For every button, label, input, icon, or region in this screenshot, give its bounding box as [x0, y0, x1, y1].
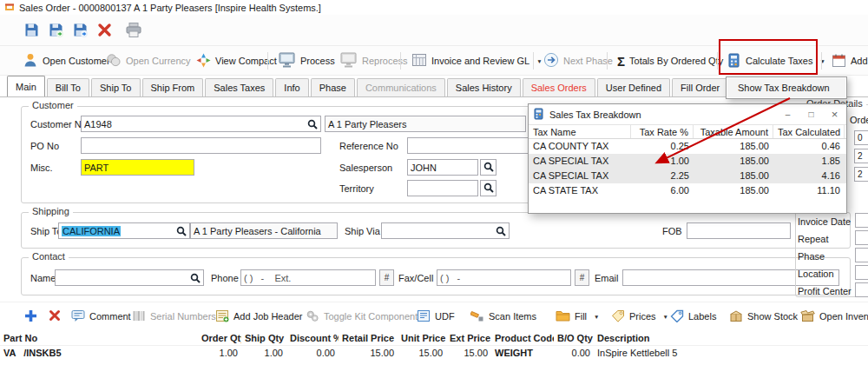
- close-button[interactable]: ×: [823, 104, 846, 124]
- col-discount[interactable]: Discount %: [286, 331, 339, 345]
- territory-search-button[interactable]: [480, 180, 496, 196]
- col-retail-price[interactable]: Retail Price: [339, 331, 398, 345]
- fax-dial-button[interactable]: #: [575, 269, 589, 286]
- save-close-button[interactable]: [68, 18, 92, 43]
- location-input[interactable]: [855, 265, 868, 280]
- toggle-kit-components-button[interactable]: Toggle Kit Components: [306, 306, 423, 327]
- process-button[interactable]: Process: [273, 49, 340, 73]
- search-icon[interactable]: [307, 119, 318, 129]
- save-refresh-button[interactable]: [43, 18, 68, 43]
- salesperson-input[interactable]: JOHN: [407, 159, 478, 176]
- menu-item-show-tax-breakdown[interactable]: Show Tax Breakdown: [727, 78, 845, 97]
- profit-center-input[interactable]: [855, 282, 868, 297]
- order-details-spinner-2[interactable]: 2▲▼: [854, 149, 868, 163]
- col-taxable-amount[interactable]: Taxable Amount: [694, 125, 773, 138]
- ship-via-input[interactable]: [381, 222, 510, 239]
- comment-button[interactable]: Comment: [71, 306, 131, 327]
- show-stock-button[interactable]: Show Stock: [729, 306, 798, 327]
- minimize-button[interactable]: –: [776, 104, 799, 124]
- tab-fill-order[interactable]: Fill Order: [672, 78, 728, 96]
- add-line-button[interactable]: [24, 306, 37, 327]
- repeat-input[interactable]: [855, 230, 868, 245]
- chevron-down-icon[interactable]: ▼: [594, 314, 599, 320]
- col-tax-name[interactable]: Tax Name: [529, 125, 631, 138]
- col-product-code[interactable]: Product Code: [491, 331, 554, 345]
- cell-description[interactable]: InSpire Kettlebell 5: [594, 346, 868, 361]
- tab-info[interactable]: Info: [275, 78, 308, 96]
- tab-ship-from[interactable]: Ship From: [142, 78, 204, 96]
- phase-input[interactable]: [855, 248, 868, 262]
- phone-input[interactable]: ( ) - Ext.: [240, 269, 376, 286]
- labels-button[interactable]: Labels: [670, 306, 716, 327]
- tax-row[interactable]: CA SPECIAL TAX 2.25 185.00 4.16: [529, 169, 846, 183]
- fax-input[interactable]: ( ) -: [437, 269, 571, 286]
- cell-retail-price[interactable]: 15.00: [339, 346, 398, 361]
- col-part-no[interactable]: Part No: [0, 331, 198, 345]
- open-currency-button[interactable]: Open Currency: [101, 49, 196, 73]
- cell-unit-price[interactable]: 15.00: [398, 346, 446, 361]
- add-job-header-button[interactable]: Add Job Header: [215, 306, 303, 327]
- tab-user-defined[interactable]: User Defined: [597, 78, 670, 96]
- col-description[interactable]: Description: [594, 331, 868, 345]
- totals-by-ordered-qty-button[interactable]: ΣTotals By Ordered Qty: [612, 49, 728, 73]
- po-no-input[interactable]: [81, 137, 321, 154]
- udf-button[interactable]: UDF: [417, 306, 455, 327]
- tax-row[interactable]: CA COUNTY TAX 0.25 185.00 0.46: [529, 139, 846, 154]
- cell-bo-qty[interactable]: 0.00: [554, 346, 594, 361]
- order-details-spinner-1[interactable]: 0▲▼: [854, 130, 868, 145]
- calculate-taxes-button[interactable]: Calculate Taxes▼: [723, 49, 831, 73]
- print-button[interactable]: [122, 18, 146, 43]
- cancel-changes-button[interactable]: [92, 18, 116, 43]
- misc-input[interactable]: PART: [81, 159, 194, 176]
- fob-input[interactable]: [687, 222, 791, 239]
- contact-name-input[interactable]: [55, 269, 204, 286]
- dialog-titlebar[interactable]: Sales Tax Breakdown – □ ×: [529, 104, 846, 124]
- tax-row[interactable]: CA STATE TAX 6.00 185.00 11.10: [529, 183, 846, 198]
- col-order-qty[interactable]: Order Qty: [198, 331, 241, 345]
- serial-numbers-button[interactable]: Serial Numbers: [132, 306, 216, 327]
- col-ship-qty[interactable]: Ship Qty: [241, 331, 286, 345]
- col-bo-qty[interactable]: B/O Qty: [554, 331, 594, 345]
- customer-no-input[interactable]: A1948: [81, 116, 321, 132]
- col-unit-price[interactable]: Unit Price: [398, 331, 446, 345]
- fill-button[interactable]: Fill▼: [556, 306, 600, 327]
- salesperson-search-button[interactable]: [480, 159, 496, 176]
- tab-sales-history[interactable]: Sales History: [447, 78, 521, 96]
- order-details-spinner-3[interactable]: 2▲▼: [854, 167, 868, 182]
- cell-product-code[interactable]: WEIGHT: [491, 346, 554, 361]
- save-button[interactable]: [19, 18, 43, 43]
- scan-items-button[interactable]: Scan Items: [470, 306, 536, 327]
- table-row[interactable]: VA /INSKB5 1.00 1.00 0.00 15.00 15.00 15…: [0, 346, 868, 361]
- ship-to-input[interactable]: CALIFORNIA: [58, 222, 190, 239]
- tab-main[interactable]: Main: [7, 76, 45, 96]
- prices-button[interactable]: Prices▼: [611, 306, 668, 327]
- search-icon[interactable]: [176, 226, 187, 236]
- ship-to-name-field[interactable]: A 1 Party Pleasers - California: [190, 222, 338, 239]
- open-inventory-button[interactable]: Open Inventory: [800, 306, 868, 327]
- tab-bill-to[interactable]: Bill To: [47, 78, 89, 96]
- search-icon[interactable]: [496, 226, 506, 236]
- tab-phase[interactable]: Phase: [311, 78, 355, 96]
- col-tax-rate[interactable]: Tax Rate %: [631, 125, 694, 138]
- cell-discount[interactable]: 0.00: [286, 346, 339, 361]
- cell-ext-price[interactable]: 15.00: [446, 346, 491, 361]
- customer-name-field[interactable]: A 1 Party Pleasers: [325, 116, 526, 132]
- tab-sales-orders[interactable]: Sales Orders: [523, 78, 595, 96]
- tax-row[interactable]: CA SPECIAL TAX 1.00 185.00 1.85: [529, 154, 846, 169]
- territory-input[interactable]: [407, 180, 478, 196]
- cell-order-qty[interactable]: 1.00: [198, 346, 241, 361]
- reprocess-button[interactable]: Reprocess: [335, 49, 413, 73]
- add-to-button[interactable]: Add To: [826, 49, 868, 73]
- view-compact-button[interactable]: View Compact: [191, 49, 282, 73]
- invoice-review-gl-button[interactable]: Invoice and Review GL▼: [406, 49, 548, 73]
- tab-communications[interactable]: Communications: [357, 78, 445, 96]
- maximize-button[interactable]: □: [799, 104, 823, 124]
- invoice-date-input[interactable]: [855, 213, 868, 228]
- tab-sales-taxes[interactable]: Sales Taxes: [205, 78, 273, 96]
- phone-dial-button[interactable]: #: [379, 269, 394, 286]
- col-tax-calculated[interactable]: Tax Calculated: [773, 125, 845, 138]
- chevron-down-icon[interactable]: ▼: [663, 314, 668, 320]
- delete-line-button[interactable]: [49, 306, 61, 327]
- search-icon[interactable]: [190, 273, 201, 283]
- cell-ship-qty[interactable]: 1.00: [241, 346, 286, 361]
